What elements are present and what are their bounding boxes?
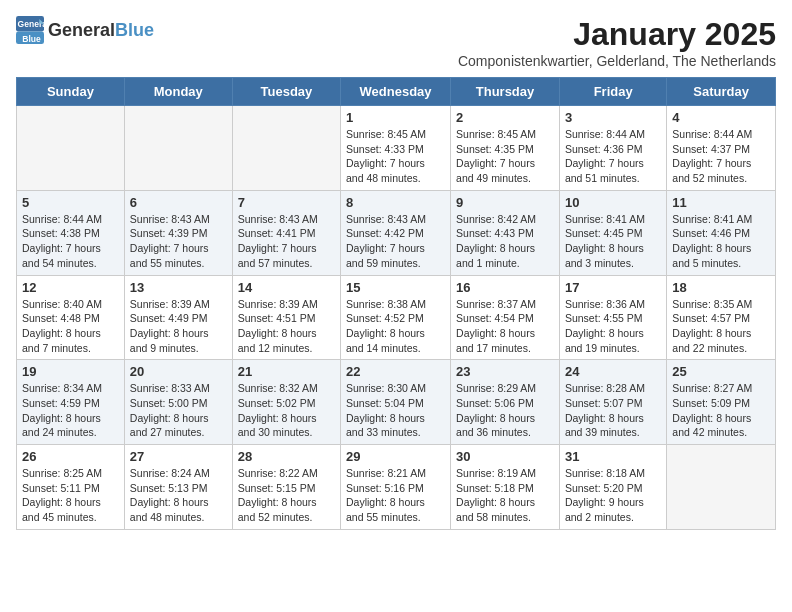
day-number: 5: [22, 195, 119, 210]
day-number: 17: [565, 280, 661, 295]
day-number: 9: [456, 195, 554, 210]
day-info: Sunrise: 8:43 AM Sunset: 4:42 PM Dayligh…: [346, 212, 445, 271]
location-title: Componistenkwartier, Gelderland, The Net…: [458, 53, 776, 69]
calendar-day-cell: 25Sunrise: 8:27 AM Sunset: 5:09 PM Dayli…: [667, 360, 776, 445]
day-number: 29: [346, 449, 445, 464]
calendar-week-row: 26Sunrise: 8:25 AM Sunset: 5:11 PM Dayli…: [17, 445, 776, 530]
calendar-day-cell: 14Sunrise: 8:39 AM Sunset: 4:51 PM Dayli…: [232, 275, 340, 360]
calendar-day-cell: 5Sunrise: 8:44 AM Sunset: 4:38 PM Daylig…: [17, 190, 125, 275]
title-section: January 2025 Componistenkwartier, Gelder…: [458, 16, 776, 69]
calendar-day-cell: 26Sunrise: 8:25 AM Sunset: 5:11 PM Dayli…: [17, 445, 125, 530]
day-number: 28: [238, 449, 335, 464]
day-info: Sunrise: 8:32 AM Sunset: 5:02 PM Dayligh…: [238, 381, 335, 440]
day-info: Sunrise: 8:18 AM Sunset: 5:20 PM Dayligh…: [565, 466, 661, 525]
calendar-day-cell: 2Sunrise: 8:45 AM Sunset: 4:35 PM Daylig…: [451, 106, 560, 191]
day-number: 20: [130, 364, 227, 379]
day-info: Sunrise: 8:33 AM Sunset: 5:00 PM Dayligh…: [130, 381, 227, 440]
day-info: Sunrise: 8:19 AM Sunset: 5:18 PM Dayligh…: [456, 466, 554, 525]
day-number: 6: [130, 195, 227, 210]
day-info: Sunrise: 8:35 AM Sunset: 4:57 PM Dayligh…: [672, 297, 770, 356]
calendar-day-cell: [667, 445, 776, 530]
day-number: 3: [565, 110, 661, 125]
calendar-day-cell: 12Sunrise: 8:40 AM Sunset: 4:48 PM Dayli…: [17, 275, 125, 360]
day-info: Sunrise: 8:41 AM Sunset: 4:46 PM Dayligh…: [672, 212, 770, 271]
calendar-day-cell: [124, 106, 232, 191]
day-number: 13: [130, 280, 227, 295]
day-info: Sunrise: 8:40 AM Sunset: 4:48 PM Dayligh…: [22, 297, 119, 356]
calendar-day-cell: [17, 106, 125, 191]
calendar-day-cell: 10Sunrise: 8:41 AM Sunset: 4:45 PM Dayli…: [559, 190, 666, 275]
calendar-day-cell: 17Sunrise: 8:36 AM Sunset: 4:55 PM Dayli…: [559, 275, 666, 360]
day-number: 4: [672, 110, 770, 125]
calendar-day-cell: 27Sunrise: 8:24 AM Sunset: 5:13 PM Dayli…: [124, 445, 232, 530]
day-info: Sunrise: 8:45 AM Sunset: 4:35 PM Dayligh…: [456, 127, 554, 186]
day-info: Sunrise: 8:28 AM Sunset: 5:07 PM Dayligh…: [565, 381, 661, 440]
day-info: Sunrise: 8:21 AM Sunset: 5:16 PM Dayligh…: [346, 466, 445, 525]
calendar-day-cell: 11Sunrise: 8:41 AM Sunset: 4:46 PM Dayli…: [667, 190, 776, 275]
calendar-day-cell: 4Sunrise: 8:44 AM Sunset: 4:37 PM Daylig…: [667, 106, 776, 191]
day-number: 8: [346, 195, 445, 210]
day-info: Sunrise: 8:38 AM Sunset: 4:52 PM Dayligh…: [346, 297, 445, 356]
day-number: 14: [238, 280, 335, 295]
day-number: 30: [456, 449, 554, 464]
day-info: Sunrise: 8:37 AM Sunset: 4:54 PM Dayligh…: [456, 297, 554, 356]
page-header: General Blue GeneralBlue January 2025 Co…: [16, 16, 776, 69]
calendar-week-row: 12Sunrise: 8:40 AM Sunset: 4:48 PM Dayli…: [17, 275, 776, 360]
day-number: 21: [238, 364, 335, 379]
day-number: 19: [22, 364, 119, 379]
calendar-day-cell: 19Sunrise: 8:34 AM Sunset: 4:59 PM Dayli…: [17, 360, 125, 445]
calendar-day-cell: 30Sunrise: 8:19 AM Sunset: 5:18 PM Dayli…: [451, 445, 560, 530]
calendar-day-cell: 18Sunrise: 8:35 AM Sunset: 4:57 PM Dayli…: [667, 275, 776, 360]
day-number: 1: [346, 110, 445, 125]
day-number: 11: [672, 195, 770, 210]
day-number: 18: [672, 280, 770, 295]
logo-blue: Blue: [115, 20, 154, 40]
calendar-week-row: 5Sunrise: 8:44 AM Sunset: 4:38 PM Daylig…: [17, 190, 776, 275]
day-info: Sunrise: 8:25 AM Sunset: 5:11 PM Dayligh…: [22, 466, 119, 525]
day-info: Sunrise: 8:44 AM Sunset: 4:38 PM Dayligh…: [22, 212, 119, 271]
day-number: 25: [672, 364, 770, 379]
logo-text: GeneralBlue: [48, 20, 154, 41]
svg-text:Blue: Blue: [22, 34, 41, 44]
calendar-day-cell: 21Sunrise: 8:32 AM Sunset: 5:02 PM Dayli…: [232, 360, 340, 445]
weekday-header: Thursday: [451, 78, 560, 106]
day-info: Sunrise: 8:43 AM Sunset: 4:41 PM Dayligh…: [238, 212, 335, 271]
day-number: 10: [565, 195, 661, 210]
day-info: Sunrise: 8:45 AM Sunset: 4:33 PM Dayligh…: [346, 127, 445, 186]
day-info: Sunrise: 8:27 AM Sunset: 5:09 PM Dayligh…: [672, 381, 770, 440]
day-info: Sunrise: 8:22 AM Sunset: 5:15 PM Dayligh…: [238, 466, 335, 525]
day-info: Sunrise: 8:39 AM Sunset: 4:51 PM Dayligh…: [238, 297, 335, 356]
calendar-day-cell: 29Sunrise: 8:21 AM Sunset: 5:16 PM Dayli…: [341, 445, 451, 530]
calendar-day-cell: 1Sunrise: 8:45 AM Sunset: 4:33 PM Daylig…: [341, 106, 451, 191]
day-info: Sunrise: 8:24 AM Sunset: 5:13 PM Dayligh…: [130, 466, 227, 525]
day-info: Sunrise: 8:44 AM Sunset: 4:37 PM Dayligh…: [672, 127, 770, 186]
calendar-day-cell: 24Sunrise: 8:28 AM Sunset: 5:07 PM Dayli…: [559, 360, 666, 445]
weekday-header: Monday: [124, 78, 232, 106]
weekday-header: Friday: [559, 78, 666, 106]
day-info: Sunrise: 8:30 AM Sunset: 5:04 PM Dayligh…: [346, 381, 445, 440]
day-number: 31: [565, 449, 661, 464]
calendar-day-cell: 23Sunrise: 8:29 AM Sunset: 5:06 PM Dayli…: [451, 360, 560, 445]
day-number: 7: [238, 195, 335, 210]
calendar-week-row: 19Sunrise: 8:34 AM Sunset: 4:59 PM Dayli…: [17, 360, 776, 445]
calendar-day-cell: 28Sunrise: 8:22 AM Sunset: 5:15 PM Dayli…: [232, 445, 340, 530]
day-number: 12: [22, 280, 119, 295]
day-number: 22: [346, 364, 445, 379]
day-info: Sunrise: 8:44 AM Sunset: 4:36 PM Dayligh…: [565, 127, 661, 186]
day-info: Sunrise: 8:41 AM Sunset: 4:45 PM Dayligh…: [565, 212, 661, 271]
day-info: Sunrise: 8:43 AM Sunset: 4:39 PM Dayligh…: [130, 212, 227, 271]
month-title: January 2025: [458, 16, 776, 53]
calendar-day-cell: [232, 106, 340, 191]
day-number: 16: [456, 280, 554, 295]
day-number: 2: [456, 110, 554, 125]
day-number: 24: [565, 364, 661, 379]
day-number: 27: [130, 449, 227, 464]
logo: General Blue GeneralBlue: [16, 16, 154, 44]
day-info: Sunrise: 8:42 AM Sunset: 4:43 PM Dayligh…: [456, 212, 554, 271]
calendar-day-cell: 13Sunrise: 8:39 AM Sunset: 4:49 PM Dayli…: [124, 275, 232, 360]
day-info: Sunrise: 8:34 AM Sunset: 4:59 PM Dayligh…: [22, 381, 119, 440]
calendar-week-row: 1Sunrise: 8:45 AM Sunset: 4:33 PM Daylig…: [17, 106, 776, 191]
calendar-day-cell: 9Sunrise: 8:42 AM Sunset: 4:43 PM Daylig…: [451, 190, 560, 275]
weekday-header: Tuesday: [232, 78, 340, 106]
day-number: 26: [22, 449, 119, 464]
